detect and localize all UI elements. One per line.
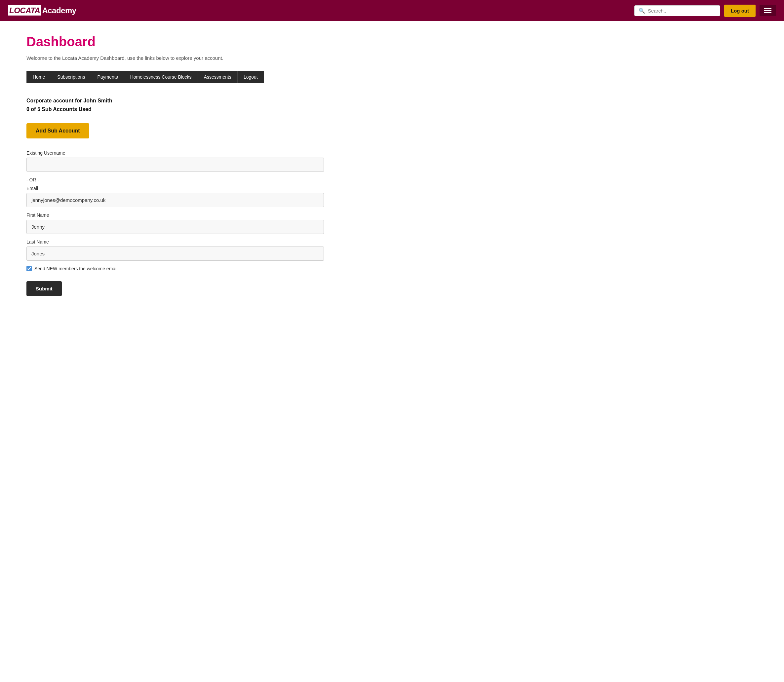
last-name-group: Last Name (26, 239, 324, 261)
tab-subscriptions[interactable]: Subscriptions (51, 71, 91, 83)
add-sub-account-button[interactable]: Add Sub Account (26, 123, 89, 139)
hamburger-line-2 (764, 10, 771, 11)
email-group: Email (26, 186, 324, 207)
last-name-input[interactable] (26, 247, 324, 261)
account-line2: 0 of 5 Sub Accounts Used (26, 105, 370, 114)
hamburger-line-3 (764, 12, 771, 13)
logo-locata: LOCATA (8, 5, 42, 16)
logout-button[interactable]: Log out (724, 5, 755, 17)
search-box[interactable]: 🔍 (634, 5, 720, 16)
welcome-email-row: Send NEW members the welcome email (26, 266, 324, 271)
search-icon: 🔍 (639, 8, 645, 14)
existing-username-input[interactable] (26, 158, 324, 172)
first-name-input[interactable] (26, 220, 324, 234)
tab-home[interactable]: Home (26, 71, 51, 83)
email-input[interactable] (26, 193, 324, 207)
account-line1: Corporate account for John Smith (26, 97, 370, 105)
logo-area: LOCATAAcademy (8, 6, 77, 15)
hamburger-line-1 (764, 8, 771, 9)
tab-assessments[interactable]: Assessments (198, 71, 237, 83)
logo: LOCATAAcademy (8, 6, 77, 15)
header-controls: 🔍 Log out (634, 5, 776, 17)
welcome-message: Welcome to the Locata Academy Dashboard,… (26, 55, 370, 61)
first-name-label: First Name (26, 212, 324, 218)
existing-username-group: Existing Username (26, 150, 324, 172)
tab-payments[interactable]: Payments (91, 71, 124, 83)
submit-button[interactable]: Submit (26, 281, 62, 296)
account-info: Corporate account for John Smith 0 of 5 … (26, 97, 370, 113)
add-sub-account-form: Existing Username - OR - Email First Nam… (26, 150, 324, 296)
main-content: Dashboard Welcome to the Locata Academy … (0, 21, 397, 309)
or-divider: - OR - (26, 177, 324, 182)
first-name-group: First Name (26, 212, 324, 234)
welcome-email-checkbox[interactable] (26, 266, 32, 271)
tab-logout[interactable]: Logout (237, 71, 264, 83)
site-header: LOCATAAcademy 🔍 Log out (0, 0, 784, 21)
welcome-email-label: Send NEW members the welcome email (34, 266, 117, 271)
existing-username-label: Existing Username (26, 150, 324, 156)
page-title: Dashboard (26, 34, 370, 49)
nav-tabs: Home Subscriptions Payments Homelessness… (26, 71, 370, 83)
search-input[interactable] (648, 8, 716, 14)
last-name-label: Last Name (26, 239, 324, 244)
tab-homelessness-course-blocks[interactable]: Homelessness Course Blocks (124, 71, 198, 83)
hamburger-menu-button[interactable] (760, 5, 776, 16)
email-label: Email (26, 186, 324, 191)
